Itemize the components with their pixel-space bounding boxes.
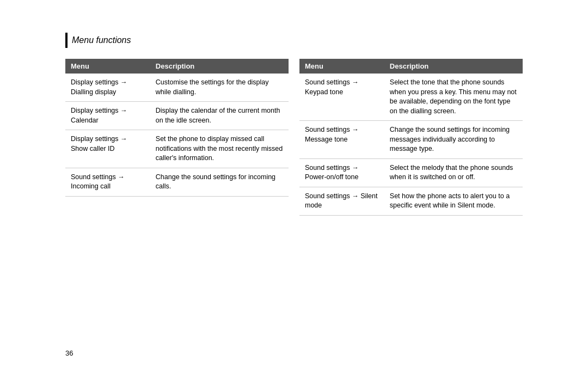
right-table-cell-description: Change the sound settings for incoming m… [384,121,523,159]
right-table-cell-menu: Sound settings → Keypad tone [299,74,384,121]
right-table-wrapper: Menu Description Sound settings → Keypad… [299,59,523,338]
left-table-cell-description: Change the sound settings for incoming c… [150,168,289,196]
right-table-header-menu: Menu [299,59,384,74]
right-table-cell-menu: Sound settings → Power-on/off tone [299,158,384,187]
left-table-cell-menu: Display settings → Show caller ID [65,130,150,168]
left-table-row: Sound settings → Incoming callChange the… [65,168,289,196]
left-table-header-menu: Menu [65,59,150,74]
right-table: Menu Description Sound settings → Keypad… [299,59,523,216]
left-table-row: Display settings → Show caller IDSet the… [65,130,289,168]
left-table-row: Display settings → Dialling displayCusto… [65,74,289,102]
left-table-row: Display settings → CalendarDisplay the c… [65,102,289,130]
right-table-header-row: Menu Description [299,59,523,74]
left-table-header-row: Menu Description [65,59,289,74]
left-table-cell-menu: Display settings → Dialling display [65,74,150,102]
right-table-cell-menu: Sound settings → Silent mode [299,187,384,215]
tables-container: Menu Description Display settings → Dial… [65,59,523,338]
right-table-row: Sound settings → Silent modeSet how the … [299,187,523,215]
page-title: Menu functions [72,35,131,45]
right-table-row: Sound settings → Power-on/off toneSelect… [299,158,523,187]
left-table-cell-menu: Sound settings → Incoming call [65,168,150,196]
page-title-area: Menu functions [65,33,523,48]
left-table: Menu Description Display settings → Dial… [65,59,289,197]
right-table-row: Sound settings → Keypad toneSelect the t… [299,74,523,121]
left-table-wrapper: Menu Description Display settings → Dial… [65,59,289,338]
left-table-cell-description: Set the phone to display missed call not… [150,130,289,168]
right-table-cell-menu: Sound settings → Message tone [299,121,384,159]
page-number: 36 [65,349,523,357]
left-table-cell-menu: Display settings → Calendar [65,102,150,130]
left-table-cell-description: Display the calendar of the current mont… [150,102,289,130]
page-container: Menu functions Menu Description Display … [0,0,588,379]
right-table-cell-description: Set how the phone acts to alert you to a… [384,187,523,215]
title-bar-decoration [65,33,68,48]
left-table-header-description: Description [150,59,289,74]
right-table-header-description: Description [384,59,523,74]
right-table-cell-description: Select the melody that the phone sounds … [384,158,523,187]
right-table-row: Sound settings → Message toneChange the … [299,121,523,159]
right-table-body: Sound settings → Keypad toneSelect the t… [299,74,523,215]
left-table-cell-description: Customise the settings for the display w… [150,74,289,102]
left-table-body: Display settings → Dialling displayCusto… [65,74,289,196]
right-table-cell-description: Select the tone that the phone sounds wh… [384,74,523,121]
